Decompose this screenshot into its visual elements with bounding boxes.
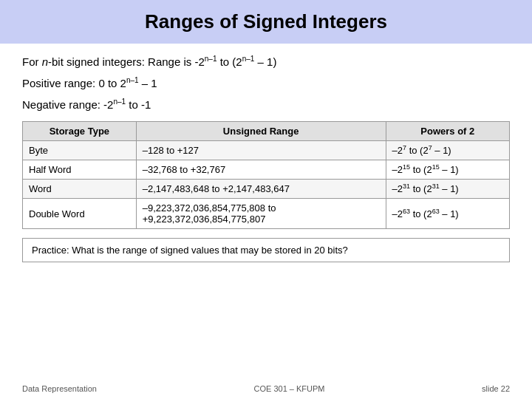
footer-left: Data Representation: [22, 384, 97, 393]
slide-title: Ranges of Signed Integers: [15, 10, 517, 33]
footer-right: slide 22: [482, 384, 510, 393]
cell-powers-doubleword: –263 to (263 – 1): [386, 199, 509, 229]
table-row: Half Word –32,768 to +32,767 –215 to (21…: [23, 160, 510, 180]
col-powers-of-2: Powers of 2: [386, 122, 509, 141]
intro-line-2: Positive range: 0 to 2n–1 – 1: [22, 75, 510, 91]
table-header: Storage Type Unsigned Range Powers of 2: [23, 122, 510, 141]
title-bar: Ranges of Signed Integers: [0, 0, 532, 44]
cell-type-word: Word: [23, 180, 137, 199]
content-area: For n-bit signed integers: Range is -2n–…: [0, 54, 532, 262]
cell-type-halfword: Half Word: [23, 160, 137, 180]
table-row: Double Word –9,223,372,036,854,775,808 t…: [23, 199, 510, 229]
cell-range-halfword: –32,768 to +32,767: [136, 160, 386, 180]
table-body: Byte –128 to +127 –27 to (27 – 1) Half W…: [23, 141, 510, 229]
col-storage-type: Storage Type: [23, 122, 137, 141]
n-italic: n: [42, 55, 48, 68]
table-row: Byte –128 to +127 –27 to (27 – 1): [23, 141, 510, 160]
table-row: Word –2,147,483,648 to +2,147,483,647 –2…: [23, 180, 510, 199]
cell-range-doubleword: –9,223,372,036,854,775,808 to+9,223,372,…: [136, 199, 386, 229]
cell-range-byte: –128 to +127: [136, 141, 386, 160]
cell-powers-byte: –27 to (27 – 1): [386, 141, 509, 160]
cell-type-byte: Byte: [23, 141, 137, 160]
cell-type-doubleword: Double Word: [23, 199, 137, 229]
footer-center: COE 301 – KFUPM: [254, 384, 325, 393]
footer: Data Representation COE 301 – KFUPM slid…: [0, 384, 532, 393]
cell-powers-halfword: –215 to (215 – 1): [386, 160, 509, 180]
cell-range-word: –2,147,483,648 to +2,147,483,647: [136, 180, 386, 199]
ranges-table: Storage Type Unsigned Range Powers of 2 …: [22, 121, 510, 229]
practice-text: Practice: What is the range of signed va…: [32, 245, 348, 256]
intro-line-1: For n-bit signed integers: Range is -2n–…: [22, 54, 510, 69]
col-unsigned-range: Unsigned Range: [136, 122, 386, 141]
intro-line-3: Negative range: -2n–1 to -1: [22, 97, 510, 112]
cell-powers-word: –231 to (231 – 1): [386, 180, 509, 199]
slide: Ranges of Signed Integers For n-bit sign…: [0, 0, 532, 399]
table-header-row: Storage Type Unsigned Range Powers of 2: [23, 122, 510, 141]
practice-box: Practice: What is the range of signed va…: [22, 238, 510, 262]
